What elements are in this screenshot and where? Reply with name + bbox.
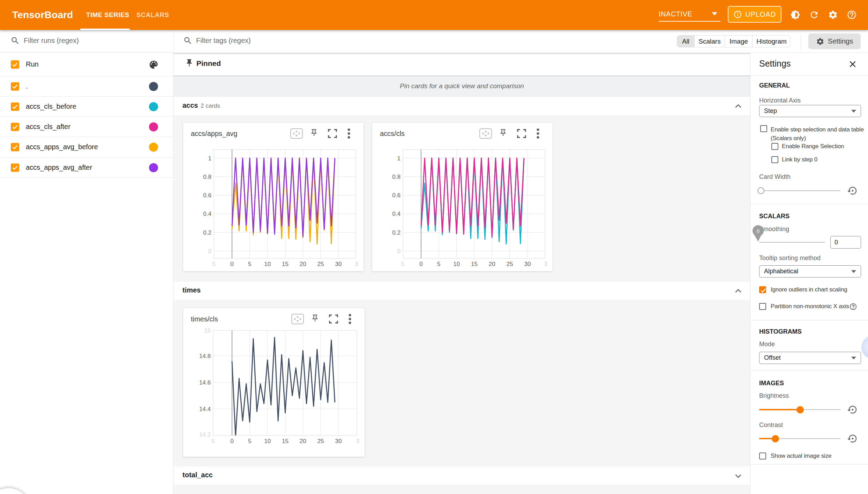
svg-text:0.8: 0.8 <box>392 174 401 180</box>
svg-text:10: 10 <box>264 438 271 444</box>
svg-text:1: 1 <box>208 155 211 162</box>
svg-text:0: 0 <box>397 248 401 254</box>
svg-text:15: 15 <box>204 327 211 334</box>
svg-text:20: 20 <box>489 261 495 267</box>
svg-text:0.6: 0.6 <box>392 192 401 199</box>
svg-text:3: 3 <box>544 261 547 267</box>
svg-text:0.8: 0.8 <box>203 174 211 180</box>
svg-text:5: 5 <box>248 438 251 444</box>
svg-text:15: 15 <box>282 438 289 444</box>
svg-text:5: 5 <box>248 261 251 267</box>
svg-text:15: 15 <box>471 261 478 267</box>
svg-text:25: 25 <box>317 261 324 267</box>
svg-text:0: 0 <box>208 248 211 254</box>
svg-text:20: 20 <box>300 261 306 267</box>
svg-text:14.8: 14.8 <box>199 353 211 359</box>
svg-text:0: 0 <box>230 261 233 267</box>
svg-text:14.4: 14.4 <box>199 406 211 412</box>
svg-text:0: 0 <box>757 228 760 234</box>
svg-text:20: 20 <box>300 438 306 444</box>
svg-text:5: 5 <box>212 261 215 267</box>
svg-text:3: 3 <box>356 438 359 444</box>
svg-text:0.2: 0.2 <box>203 229 211 236</box>
svg-text:14.2: 14.2 <box>199 431 211 438</box>
svg-text:25: 25 <box>507 261 513 267</box>
svg-text:1: 1 <box>397 155 401 162</box>
svg-text:10: 10 <box>453 261 460 267</box>
svg-text:0.4: 0.4 <box>203 211 211 217</box>
svg-text:30: 30 <box>335 261 342 267</box>
svg-text:5: 5 <box>437 261 440 267</box>
svg-text:0.6: 0.6 <box>203 192 211 199</box>
svg-text:0: 0 <box>230 438 233 444</box>
svg-text:30: 30 <box>335 438 342 444</box>
svg-text:0.4: 0.4 <box>392 211 401 217</box>
svg-text:10: 10 <box>264 261 271 267</box>
svg-text:5: 5 <box>211 438 215 444</box>
svg-text:0: 0 <box>419 261 422 267</box>
svg-text:30: 30 <box>524 261 531 267</box>
svg-text:5: 5 <box>401 261 404 267</box>
svg-text:15: 15 <box>282 261 289 267</box>
svg-text:3: 3 <box>355 261 358 267</box>
svg-text:25: 25 <box>317 438 324 444</box>
svg-text:0.2: 0.2 <box>392 229 401 236</box>
svg-text:14.6: 14.6 <box>199 379 211 386</box>
